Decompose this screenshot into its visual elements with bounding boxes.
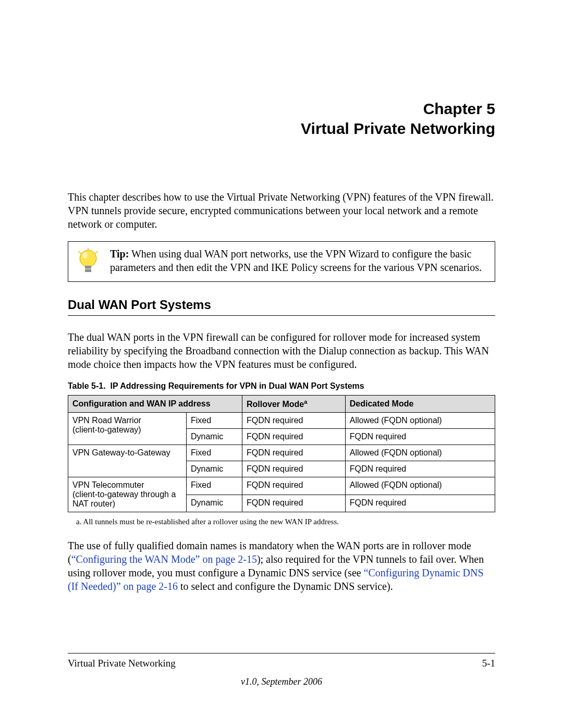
table-footnote: a. All tunnels must be re-established af… [76,517,495,526]
table-caption-text: IP Addressing Requirements for VPN in Du… [111,381,364,390]
section-heading: Dual WAN Port Systems [68,298,495,312]
intro-paragraph: This chapter describes how to use the Vi… [68,190,495,231]
closing-paragraph: The use of fully qualified domain names … [68,539,495,593]
tip-callout: Tip: When using dual WAN port networks, … [68,241,495,282]
cell-dedicated: Allowed (FQDN optional) [345,445,495,461]
svg-line-6 [95,251,98,254]
chapter-name: Virtual Private Networking [301,120,495,137]
svg-rect-3 [85,268,91,270]
cell-iptype: Fixed [187,445,242,461]
table-row: VPN Gateway-to-Gateway Fixed FQDN requir… [68,445,495,461]
footer-version: v1.0, September 2006 [68,676,495,687]
svg-line-5 [78,251,81,254]
table-caption: Table 5-1. IP Addressing Requirements fo… [68,381,495,391]
col-config: Configuration and WAN IP address [68,396,242,413]
cell-dedicated: Allowed (FQDN optional) [345,413,495,429]
footer-left: Virtual Private Networking [68,658,176,669]
cell-dedicated: FQDN required [345,495,495,512]
xref-link[interactable]: “Configuring the WAN Mode” on page 2-15 [71,553,257,565]
cell-dedicated: Allowed (FQDN optional) [345,477,495,495]
section-rule [68,315,495,316]
cell-rollover: FQDN required [242,461,346,477]
cell-rollover: FQDN required [242,495,346,512]
cell-iptype: Dynamic [187,495,242,512]
table-row: VPN Telecommuter (client-to-gateway thro… [68,477,495,495]
page-footer: Virtual Private Networking 5-1 v1.0, Sep… [68,653,495,687]
group-label: VPN Telecommuter [72,480,144,489]
cell-iptype: Fixed [187,413,242,429]
cell-rollover: FQDN required [242,477,346,495]
col-dedicated: Dedicated Mode [345,396,495,413]
section-paragraph: The dual WAN ports in the VPN firewall c… [68,330,495,371]
chapter-number: Chapter 5 [423,100,495,117]
footer-rule [68,653,495,653]
cell-dedicated: FQDN required [345,461,495,477]
svg-point-1 [82,252,88,258]
table-caption-prefix: Table 5-1. [68,381,106,390]
group-sublabel: (client-to-gateway) [72,425,141,434]
cell-rollover: FQDN required [242,445,346,461]
group-label: VPN Gateway-to-Gateway [72,448,170,457]
group-label: VPN Road Warrior [72,416,141,425]
tip-body: When using dual WAN port networks, use t… [110,248,482,273]
svg-rect-4 [85,270,91,272]
cell-rollover: FQDN required [242,413,346,429]
table-row: VPN Road Warrior (client-to-gateway) Fix… [68,413,495,429]
tip-label: Tip: [110,248,129,260]
group-sublabel: (client-to-gateway through a NAT router) [72,490,176,508]
svg-rect-2 [85,266,91,268]
tip-text: Tip: When using dual WAN port networks, … [110,247,487,274]
cell-dedicated: FQDN required [345,429,495,445]
cell-iptype: Dynamic [187,461,242,477]
svg-point-0 [80,250,96,267]
col-rollover: Rollover Modea [242,396,346,413]
cell-rollover: FQDN required [242,429,346,445]
chapter-title: Chapter 5 Virtual Private Networking [68,99,495,138]
footer-right: 5-1 [482,658,495,669]
lightbulb-icon [76,247,101,276]
cell-iptype: Dynamic [187,429,242,445]
requirements-table: Configuration and WAN IP address Rollove… [68,395,495,512]
cell-iptype: Fixed [187,477,242,495]
